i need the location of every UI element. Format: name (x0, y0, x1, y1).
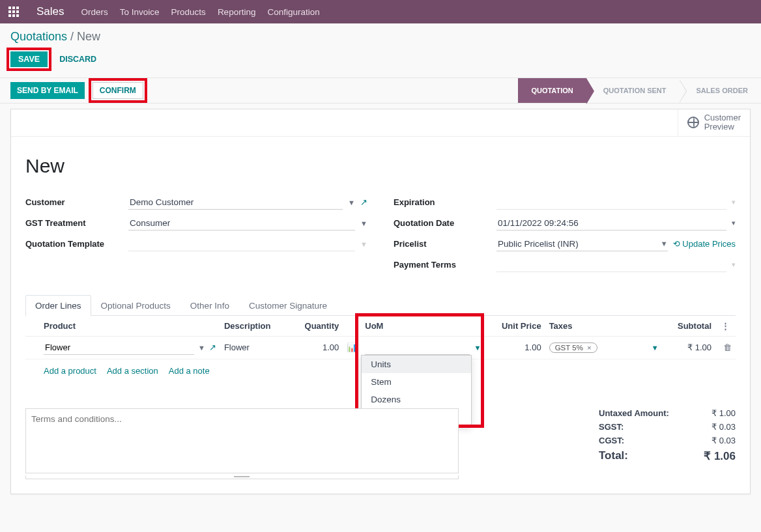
stage-quotation[interactable]: QUOTATION (518, 78, 586, 103)
terms-resize-handle[interactable] (25, 475, 459, 479)
quotation-date-input[interactable] (496, 216, 726, 231)
cgst-value: ₹ 0.03 (711, 436, 736, 445)
line-tax-label: GST 5% (555, 344, 583, 352)
col-unit-price: Unit Price (485, 316, 545, 337)
cgst-label: CGST: (599, 436, 624, 445)
label-payment-terms: Payment Terms (394, 260, 491, 270)
columns-kebab-icon[interactable]: ⋮ (721, 321, 730, 331)
tabs-bar: Order Lines Optional Products Other Info… (25, 294, 736, 316)
date-dropdown-icon[interactable]: ▾ (732, 219, 736, 227)
apps-icon[interactable] (8, 6, 20, 18)
add-note-link[interactable]: Add a note (169, 366, 210, 376)
totals-panel: Untaxed Amount:₹ 1.00 SGST:₹ 0.03 CGST:₹… (599, 408, 736, 463)
col-subtotal: Subtotal (663, 316, 715, 337)
page-title: New (25, 155, 736, 177)
untaxed-label: Untaxed Amount: (599, 408, 669, 418)
line-taxes-dropdown-icon[interactable]: ▼ (652, 344, 659, 352)
label-pricelist: Pricelist (394, 239, 491, 249)
terms-box (25, 408, 459, 479)
breadcrumb-root[interactable]: Quotations (10, 30, 67, 43)
col-taxes: Taxes (545, 316, 663, 337)
total-value: ₹ 1.06 (704, 449, 736, 463)
table-row: ▼ ↗ Flower 1.00 📊 ▼ (25, 336, 736, 359)
untaxed-value: ₹ 1.00 (711, 408, 736, 418)
update-prices-link[interactable]: Update Prices (673, 239, 736, 249)
terms-dropdown-icon[interactable]: ▾ (732, 260, 736, 269)
line-product-input[interactable] (44, 341, 194, 355)
customer-preview-button[interactable]: CustomerPreview (678, 109, 750, 136)
col-product: Product (40, 316, 220, 337)
template-input[interactable] (128, 237, 355, 251)
confirm-button[interactable]: CONFIRM (93, 82, 143, 99)
stage-sales-order[interactable]: SALES ORDER (680, 78, 761, 103)
label-template: Quotation Template (25, 239, 123, 249)
customer-external-link-icon[interactable]: ↗ (360, 197, 367, 207)
sgst-label: SGST: (599, 422, 624, 432)
payment-terms-input[interactable] (496, 258, 726, 272)
nav-products[interactable]: Products (171, 7, 206, 17)
line-product-dropdown-icon[interactable]: ▼ (198, 344, 205, 352)
right-field-column: Expiration ▾ Quotation Date ▾ Pricelist (394, 195, 736, 272)
label-expiration: Expiration (394, 197, 491, 207)
template-dropdown-icon[interactable]: ▼ (360, 240, 367, 248)
line-uom-dropdown-icon[interactable]: ▼ (474, 344, 481, 352)
save-button[interactable]: SAVE (10, 51, 48, 67)
tab-optional-products[interactable]: Optional Products (91, 295, 180, 316)
gst-input[interactable] (128, 216, 355, 231)
sheet-header: CustomerPreview (11, 109, 750, 137)
breadcrumb: Quotations / New (10, 30, 751, 44)
stage-quotation-sent[interactable]: QUOTATION SENT (586, 78, 680, 103)
breadcrumb-sep: / (67, 30, 77, 43)
gst-dropdown-icon[interactable]: ▼ (360, 219, 367, 227)
customer-preview-text: CustomerPreview (704, 113, 741, 132)
highlight-confirm: CONFIRM (89, 78, 147, 103)
status-row: SEND BY EMAIL CONFIRM QUOTATION QUOTATIO… (0, 77, 761, 104)
line-uom-input[interactable] (365, 341, 470, 355)
uom-option-units[interactable]: Units (362, 356, 471, 373)
nav-configuration[interactable]: Configuration (267, 7, 319, 17)
tab-customer-signature[interactable]: Customer Signature (239, 295, 337, 316)
highlight-save: SAVE (7, 48, 51, 71)
add-section-link[interactable]: Add a section (107, 366, 158, 376)
status-stages: QUOTATION QUOTATION SENT SALES ORDER (518, 78, 761, 103)
breadcrumb-current: New (77, 30, 100, 43)
total-label: Total: (599, 449, 628, 463)
top-navbar: Sales Orders To Invoice Products Reporti… (0, 0, 761, 23)
tab-order-lines[interactable]: Order Lines (25, 295, 91, 316)
forecast-icon[interactable]: 📊 (347, 343, 357, 352)
sgst-value: ₹ 0.03 (711, 422, 736, 432)
nav-reporting[interactable]: Reporting (218, 7, 256, 17)
line-subtotal: ₹ 1.00 (663, 336, 715, 359)
add-product-link[interactable]: Add a product (44, 366, 96, 376)
line-delete-icon[interactable]: 🗑 (719, 343, 732, 352)
actions-row: SAVE DISCARD (0, 44, 761, 77)
tab-other-info[interactable]: Other Info (180, 295, 239, 316)
uom-option-dozens[interactable]: Dozens (362, 391, 471, 408)
line-description[interactable]: Flower (220, 336, 289, 359)
left-field-column: Customer ▼ ↗ GST Treatment ▼ Quotation T… (25, 195, 367, 272)
customer-dropdown-icon[interactable]: ▼ (348, 199, 355, 206)
pricelist-input[interactable] (496, 237, 654, 251)
col-description: Description (220, 316, 289, 337)
line-quantity[interactable]: 1.00 (289, 336, 343, 359)
app-brand[interactable]: Sales (36, 5, 65, 18)
nav-to-invoice[interactable]: To Invoice (120, 7, 160, 17)
send-by-email-button[interactable]: SEND BY EMAIL (10, 82, 85, 99)
globe-icon (687, 117, 699, 128)
pricelist-dropdown-icon[interactable]: ▼ (661, 240, 668, 247)
order-lines-table: Product Description Quantity UoM Unit Pr… (25, 316, 736, 359)
line-tax-remove-icon[interactable]: × (587, 344, 592, 352)
discard-button[interactable]: DISCARD (55, 54, 100, 64)
line-product-external-link-icon[interactable]: ↗ (209, 343, 216, 352)
col-quantity: Quantity (289, 316, 343, 337)
label-gst: GST Treatment (25, 218, 123, 228)
line-unit-price[interactable]: 1.00 (485, 336, 545, 359)
terms-textarea[interactable] (25, 408, 459, 473)
uom-option-stem[interactable]: Stem (362, 373, 471, 391)
label-quotation-date: Quotation Date (394, 218, 491, 228)
nav-orders[interactable]: Orders (81, 7, 108, 17)
expiration-dropdown-icon[interactable]: ▾ (732, 198, 736, 206)
expiration-input[interactable] (496, 195, 726, 210)
customer-input[interactable] (128, 195, 343, 210)
line-tax-chip[interactable]: GST 5% × (549, 343, 597, 353)
